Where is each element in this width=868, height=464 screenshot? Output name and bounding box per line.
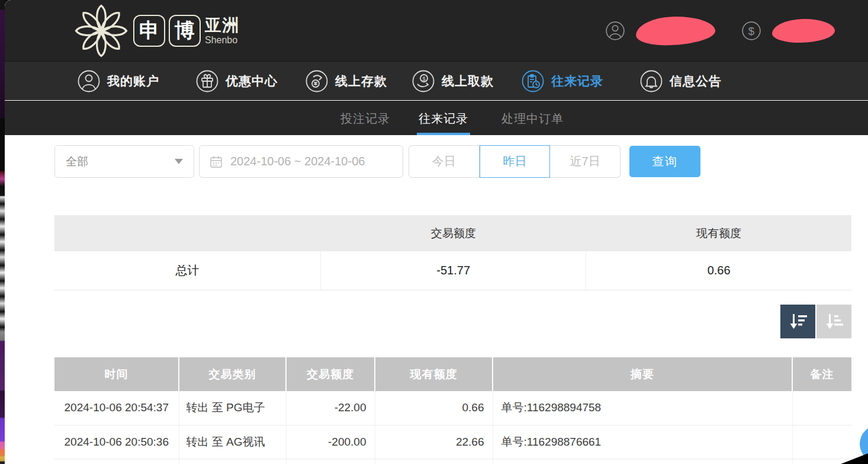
nav-item-deposit[interactable]: 线上存款 xyxy=(305,62,387,101)
tab-label: 处理中订单 xyxy=(501,111,564,127)
col-header-summary: 摘要 xyxy=(493,357,792,391)
records-table: 时间 交易类别 交易额度 现有额度 摘要 备注 2024-10-06 20:54… xyxy=(54,357,851,464)
screen: 申 博 亚洲 Shenbo $ xyxy=(0,0,868,464)
records-tbody: 2024-10-06 20:54:37转出 至 PG电子-22.000.66单号… xyxy=(54,391,851,464)
cell-summary: 单号:116298894758 xyxy=(493,391,792,425)
flower-logo-icon xyxy=(74,4,128,58)
query-button[interactable]: 查询 xyxy=(629,146,700,177)
sort-descending-icon xyxy=(788,312,808,331)
logo-char-box: 博 xyxy=(169,15,201,47)
nav-item-withdraw[interactable]: $ 线上取款 xyxy=(412,62,494,101)
col-header-balance: 现有额度 xyxy=(375,357,493,391)
summary-header-current-balance: 现有额度 xyxy=(586,215,851,251)
svg-text:$: $ xyxy=(748,24,755,37)
content-area: 全部 2024-10-06 ~ 2024-10-06 今日 昨日 xyxy=(5,135,868,464)
col-header-remark: 备注 xyxy=(792,357,851,391)
bell-icon xyxy=(639,69,663,93)
summary-header-transaction-amount: 交易额度 xyxy=(321,215,586,251)
tab-label: 投注记录 xyxy=(340,111,390,127)
main-nav: 我的账户 优惠中心 线上存款 xyxy=(5,61,868,100)
caret-down-icon xyxy=(175,159,183,164)
cell-balance: 0.66 xyxy=(375,391,493,425)
summary-table: 交易额度 现有额度 总计 -51.77 0.66 xyxy=(54,215,851,290)
nav-label: 优惠中心 xyxy=(226,73,278,89)
cell-type: 转出 至 PG电子 xyxy=(179,391,286,425)
user-area: $ xyxy=(605,0,835,61)
summary-header-empty xyxy=(54,215,321,251)
cell-remark xyxy=(792,391,851,425)
cell-time: 2024-10-06 20:54:37 xyxy=(54,391,179,425)
summary-current-balance: 0.66 xyxy=(586,251,851,290)
person-icon xyxy=(77,69,101,93)
summary-total-label: 总计 xyxy=(54,251,321,290)
table-row: 2024-10-06 20:54:37转出 至 PG电子-22.000.66单号… xyxy=(54,391,851,425)
tab-transaction-records[interactable]: 往来记录 xyxy=(419,101,468,136)
cell-type xyxy=(179,459,286,464)
nav-label: 线上存款 xyxy=(335,73,387,89)
category-select[interactable]: 全部 xyxy=(54,145,194,178)
sort-ascending-button[interactable] xyxy=(816,305,851,338)
cell-summary: 单号:116298876661 xyxy=(493,425,792,459)
withdraw-hand-coin-icon: $ xyxy=(412,69,435,93)
cell-time xyxy=(54,459,179,464)
redacted-balance xyxy=(772,18,835,43)
brand-logo[interactable]: 申 博 亚洲 Shenbo xyxy=(74,4,239,58)
app-window: 申 博 亚洲 Shenbo $ xyxy=(5,0,868,464)
tab-processing-orders[interactable]: 处理中订单 xyxy=(501,101,564,136)
cell-summary xyxy=(493,459,792,464)
sort-descending-button[interactable] xyxy=(780,305,815,338)
quick-range-label: 昨日 xyxy=(503,153,527,169)
top-header: 申 博 亚洲 Shenbo $ xyxy=(5,0,868,61)
quick-range-today[interactable]: 今日 xyxy=(409,145,480,178)
date-range-input[interactable]: 2024-10-06 ~ 2024-10-06 xyxy=(199,145,403,178)
tab-label: 往来记录 xyxy=(419,111,468,127)
cell-balance: 22.66 xyxy=(375,425,493,459)
nav-item-transaction-records[interactable]: 往来记录 xyxy=(521,62,603,101)
redacted-username xyxy=(635,15,716,46)
dollar-icon[interactable]: $ xyxy=(741,21,761,41)
person-icon[interactable] xyxy=(605,21,625,41)
logo-char-box: 申 xyxy=(133,15,165,47)
nav-item-my-account[interactable]: 我的账户 xyxy=(77,62,159,101)
nav-label: 线上取款 xyxy=(442,73,494,89)
summary-transaction-amount: -51.77 xyxy=(321,251,586,290)
quick-range-yesterday[interactable]: 昨日 xyxy=(480,145,551,178)
nav-item-promotions[interactable]: 优惠中心 xyxy=(195,62,278,101)
quick-range-group: 今日 昨日 近7日 xyxy=(409,145,621,178)
summary-header-row: 交易额度 现有额度 xyxy=(54,215,851,251)
table-row xyxy=(54,459,851,464)
col-header-type: 交易类别 xyxy=(179,357,286,391)
quick-range-label: 近7日 xyxy=(570,153,600,169)
nav-label: 我的账户 xyxy=(107,73,159,89)
bubble-shadow-shape xyxy=(841,451,868,464)
records-clipboard-clock-icon xyxy=(521,69,545,93)
svg-text:$: $ xyxy=(422,76,425,82)
quick-range-label: 今日 xyxy=(432,153,456,169)
cell-amount: -22.00 xyxy=(286,391,375,425)
logo-subtitle: Shenbo xyxy=(205,34,239,46)
cell-time: 2024-10-06 20:50:36 xyxy=(54,425,179,459)
cell-type: 转出 至 AG视讯 xyxy=(179,425,286,459)
logo-region-text: 亚洲 xyxy=(205,17,239,34)
records-header-row: 时间 交易类别 交易额度 现有额度 摘要 备注 xyxy=(54,357,851,391)
logo-character-boxes: 申 博 xyxy=(133,15,201,47)
date-range-value: 2024-10-06 ~ 2024-10-06 xyxy=(230,155,365,168)
deposit-hand-coin-icon xyxy=(305,69,329,93)
nav-label: 信息公告 xyxy=(670,73,722,89)
tab-betting-records[interactable]: 投注记录 xyxy=(340,101,390,136)
cell-amount: -200.00 xyxy=(286,425,375,459)
summary-total-row: 总计 -51.77 0.66 xyxy=(54,251,851,290)
nav-label: 往来记录 xyxy=(551,73,603,89)
quick-range-last7days[interactable]: 近7日 xyxy=(550,145,621,178)
category-select-value: 全部 xyxy=(66,154,175,169)
calendar-icon xyxy=(209,155,223,169)
col-header-amount: 交易额度 xyxy=(286,357,375,391)
cell-balance xyxy=(375,459,493,464)
table-row: 2024-10-06 20:50:36转出 至 AG视讯-200.0022.66… xyxy=(54,425,851,459)
sort-ascending-icon xyxy=(824,312,844,331)
subtab-bar: 投注记录 往来记录 处理中订单 xyxy=(5,101,868,135)
cell-amount xyxy=(286,459,375,464)
nav-item-announcements[interactable]: 信息公告 xyxy=(639,62,722,101)
col-header-time: 时间 xyxy=(54,357,179,391)
desktop-background-strip xyxy=(0,0,5,464)
